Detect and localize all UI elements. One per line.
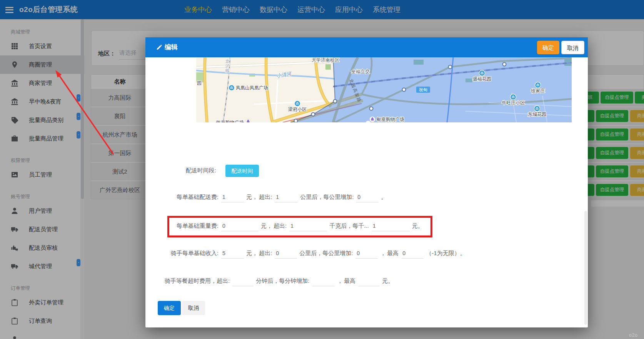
form-text: 元， <box>261 222 272 230</box>
form-input[interactable]: 0 <box>355 249 378 259</box>
dialog-confirm-button[interactable]: 确定 <box>537 41 559 54</box>
edit-dialog-header: 编辑 确定 取消 <box>145 37 588 57</box>
svg-text:全福立交: 全福立交 <box>351 69 370 74</box>
svg-text:徐家庄: 徐家庄 <box>531 88 545 94</box>
form-input[interactable] <box>358 276 380 286</box>
delivery-time-row: 配送时间段: 配送时间 <box>182 164 259 177</box>
form-text: （-1为无限）。 <box>426 250 465 257</box>
form-text: 公里后，每公里增加: <box>300 194 354 201</box>
form-input[interactable]: 1 <box>372 221 410 231</box>
svg-text:梁府小区: 梁府小区 <box>288 107 307 112</box>
form-input[interactable]: 1 <box>275 192 298 202</box>
svg-text:祝甸: 祝甸 <box>419 87 427 92</box>
svg-text:凤凰山凤凰广场: 凤凰山凤凰广场 <box>236 85 268 90</box>
svg-text:沪: 沪 <box>225 63 230 68</box>
dialog-cancel-button[interactable]: 取消 <box>561 41 584 54</box>
form-input[interactable]: 5 <box>221 249 244 259</box>
form-row-label: 每单基础重量费: <box>158 222 219 230</box>
modal-scrollbar-thumb[interactable] <box>584 211 587 325</box>
pencil-icon <box>156 44 163 50</box>
form-row-label: 骑手每单基础收入: <box>158 250 219 257</box>
form-text: 最高 <box>344 277 355 285</box>
form-text: ， <box>337 277 343 285</box>
delivery-time-button[interactable]: 配送时间 <box>225 165 259 177</box>
form-input[interactable]: 1 <box>221 192 244 202</box>
form-text: 。 <box>381 194 387 201</box>
form-text: 元， <box>246 250 258 257</box>
form-input[interactable]: 0 <box>275 249 297 259</box>
delivery-zone-map[interactable]: 京沪线小清河大学济南校区全福立交园北园高架路祝甸凤凰山凤凰广场梁府小区盛福花园徐… <box>196 57 572 122</box>
delivery-time-label: 配送时间段: <box>182 167 216 174</box>
form-input[interactable] <box>232 276 254 286</box>
svg-text:园: 园 <box>197 80 202 86</box>
edit-dialog-title: 编辑 <box>165 37 178 57</box>
form-input[interactable]: 0 <box>401 249 424 259</box>
form-text: ， <box>380 250 386 257</box>
svg-text:牛旺庄小区: 牛旺庄小区 <box>502 100 525 105</box>
svg-text:银座购物广场: 银座购物广场 <box>216 120 244 122</box>
form-input[interactable] <box>312 276 335 286</box>
form-row-3: 骑手每单基础收入:5元，超出:0公里后，每公里增加:0，最高0（-1为无限）。 <box>158 247 466 260</box>
svg-text:大学济南校区: 大学济南校区 <box>312 57 339 63</box>
form-row-label: 每单基础配送费: <box>158 194 219 201</box>
form-input[interactable]: 0 <box>221 221 259 231</box>
form-text: 超出: <box>259 250 272 257</box>
form-confirm-button[interactable]: 确定 <box>158 301 181 315</box>
svg-text:银座购物广场: 银座购物广场 <box>376 117 404 122</box>
form-row-4: 骑手等餐超时费用，超出:分钟后，每分钟增加:，最高元。 <box>165 275 394 287</box>
form-text: 超出: <box>274 222 287 230</box>
form-text: 元， <box>246 194 258 201</box>
svg-text:京: 京 <box>225 59 230 63</box>
edit-dialog: 编辑 确定 取消 京沪线小清河大学济南校区全福立交园北园高架路祝甸凤凰山凤凰广场… <box>145 37 588 327</box>
form-input[interactable]: 0 <box>356 192 379 202</box>
form-text: 超出: <box>259 194 272 201</box>
svg-text:盛福花园: 盛福花园 <box>473 76 491 82</box>
watermark: o2o <box>629 332 638 338</box>
form-text: 元。 <box>412 222 424 230</box>
form-row-label: 骑手等餐超时费用，超出: <box>165 277 230 285</box>
form-text: 元。 <box>382 277 394 285</box>
svg-text:线: 线 <box>225 68 230 73</box>
form-text: 分钟后，每分钟增加: <box>256 277 309 285</box>
svg-text:东城花园: 东城花园 <box>528 112 546 117</box>
form-text: 公里后，每公里增加: <box>299 250 353 257</box>
app-root: o2o后台管理系统 业务中心营销中心数据中心运营中心应用中心系统管理 商城管理首… <box>0 0 644 339</box>
form-input[interactable]: 1 <box>289 221 327 231</box>
form-row-1: 每单基础配送费:1元，超出:1公里后，每公里增加:0。 <box>158 191 387 204</box>
form-text: 千克后，每千... <box>329 222 369 230</box>
form-cancel-button[interactable]: 取消 <box>182 301 205 315</box>
form-row-2: 每单基础重量费:0元，超出:1千克后，每千...1元。 <box>158 220 424 232</box>
form-text: 最高 <box>387 250 399 257</box>
